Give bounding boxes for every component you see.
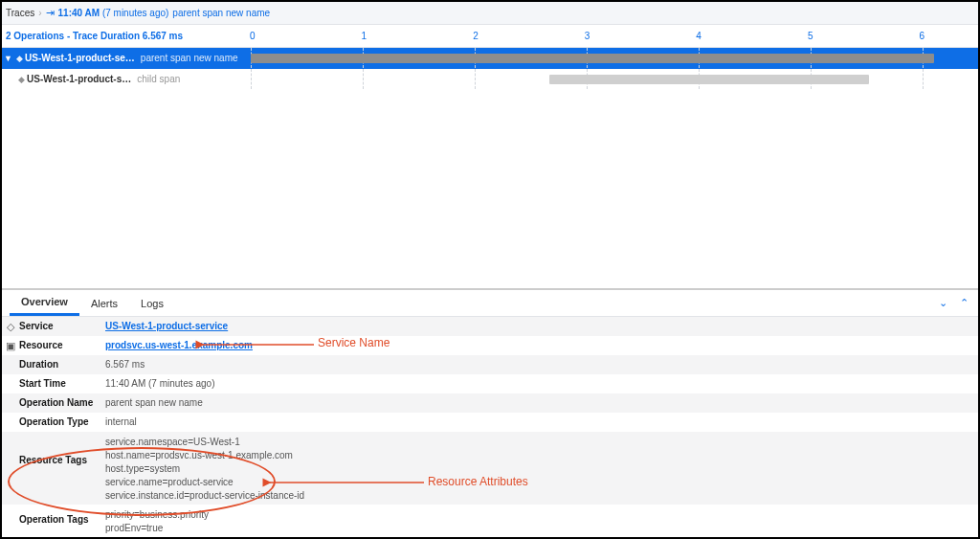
service-icon: ◆: [15, 75, 27, 84]
attr-key: Operation Tags: [19, 506, 105, 525]
span-service-name: US-West-1-product-se…: [25, 53, 135, 63]
attr-service: ◇ Service US-West-1-product-service: [2, 317, 978, 336]
attr-operation-type: Operation Type internal: [2, 413, 978, 432]
attr-value: 6.567 ms: [105, 357, 974, 370]
span-track[interactable]: [251, 69, 978, 89]
attr-resource: ▣ Resource prodsvc.us-west-1.example.com: [2, 336, 978, 355]
operation-tags-value: priority=business.priority prodEnv=true: [105, 506, 974, 535]
tag-item: priority=business.priority: [105, 508, 974, 522]
span-label[interactable]: ▼ ◆ US-West-1-product-se… parent span ne…: [2, 53, 251, 63]
axis-tick: 5: [808, 25, 813, 48]
tag-item: host.type=system: [105, 462, 974, 476]
span-operation-name: parent span new name: [141, 53, 238, 63]
axis-tick: 1: [362, 25, 368, 48]
attr-operation-name: Operation Name parent span new name: [2, 393, 978, 413]
service-link[interactable]: US-West-1-product-service: [105, 321, 228, 331]
attr-key: Start Time: [19, 376, 105, 389]
trace-stats: 2 Operations - Trace Duration 6.567 ms: [6, 31, 250, 41]
tab-logs[interactable]: Logs: [129, 290, 175, 316]
resource-icon: ▣: [2, 338, 19, 353]
breadcrumb-span-name[interactable]: parent span new name: [172, 8, 270, 18]
attr-value: parent span new name: [105, 395, 974, 408]
attr-key: Operation Type: [19, 415, 105, 427]
attr-key: Resource: [19, 338, 105, 350]
tab-overview[interactable]: Overview: [10, 290, 79, 316]
timeline-header: 0 1 2 3 4 5 6: [250, 25, 974, 48]
attr-key: Duration: [19, 357, 105, 370]
attr-operation-tags: Operation Tags priority=business.priorit…: [2, 505, 978, 537]
waterfall: ▼ ◆ US-West-1-product-se… parent span ne…: [2, 48, 978, 90]
tag-item: service.namespace=US-West-1: [105, 436, 974, 449]
axis-tick: 2: [473, 25, 479, 48]
tab-alerts[interactable]: Alerts: [79, 290, 129, 316]
attr-key: Resource Tags: [19, 434, 105, 465]
tag-item: service.instance.id=product-service-inst…: [105, 489, 974, 503]
span-bar[interactable]: [251, 54, 934, 63]
span-label[interactable]: ◆ US-West-1-product-s… child span: [2, 74, 251, 84]
span-service-name: US-West-1-product-s…: [27, 74, 131, 84]
attr-key: Operation Name: [19, 395, 105, 408]
breadcrumb-separator: ›: [38, 8, 41, 18]
tag-item: service.name=product-service: [105, 476, 974, 489]
breadcrumb-root[interactable]: Traces: [6, 8, 34, 18]
breadcrumb-ago-text: (7 minutes ago): [102, 8, 168, 18]
axis-tick: 4: [696, 25, 702, 48]
breadcrumb: Traces › ⇥ 11:40 AM (7 minutes ago) pare…: [2, 2, 978, 25]
service-icon: ◇: [2, 319, 19, 334]
span-bar[interactable]: [549, 75, 869, 84]
span-row-child[interactable]: ◆ US-West-1-product-s… child span: [2, 69, 978, 90]
axis-tick: 3: [585, 25, 590, 48]
tag-item: prodEnv=true: [105, 522, 974, 535]
attr-value: 11:40 AM (7 minutes ago): [105, 376, 974, 389]
attr-start-time: Start Time 11:40 AM (7 minutes ago): [2, 374, 978, 393]
chevron-down-icon[interactable]: ⌄: [939, 297, 947, 308]
details-panel: Overview Alerts Logs ⌄ ⌃ ◇ Service US-We…: [2, 288, 978, 537]
chevron-up-icon[interactable]: ⌃: [960, 297, 969, 308]
attr-value: internal: [105, 415, 974, 427]
service-icon: ◆: [13, 54, 25, 63]
overview-attributes: ◇ Service US-West-1-product-service ▣ Re…: [2, 317, 978, 537]
resource-link[interactable]: prodsvc.us-west-1.example.com: [105, 340, 253, 350]
attr-duration: Duration 6.567 ms: [2, 355, 978, 374]
attr-resource-tags: Resource Tags service.namespace=US-West-…: [2, 432, 978, 505]
axis-tick: 6: [919, 25, 924, 48]
span-row-parent[interactable]: ▼ ◆ US-West-1-product-se… parent span ne…: [2, 48, 978, 69]
span-track[interactable]: [251, 48, 978, 68]
trace-header: 2 Operations - Trace Duration 6.567 ms 0…: [2, 25, 978, 48]
axis-tick: 0: [250, 25, 256, 48]
resource-tags-value: service.namespace=US-West-1 host.name=pr…: [105, 434, 974, 503]
tag-item: host.name=prodsvc.us-west-1.example.com: [105, 449, 974, 462]
collapse-caret-icon[interactable]: ▼: [4, 54, 13, 63]
details-tabs: Overview Alerts Logs ⌄ ⌃: [2, 290, 978, 317]
attr-key: Service: [19, 319, 105, 331]
trace-icon: ⇥: [46, 7, 55, 19]
breadcrumb-time[interactable]: 11:40 AM: [58, 8, 100, 18]
span-operation-name: child span: [137, 74, 180, 84]
